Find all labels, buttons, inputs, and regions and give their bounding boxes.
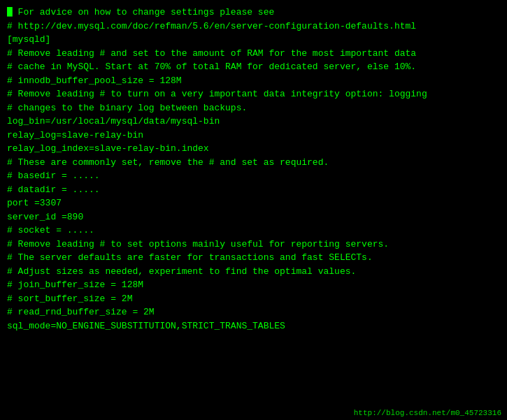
terminal-line: # sort_buffer_size = 2M	[7, 292, 500, 306]
terminal-line: server_id =890	[7, 210, 500, 224]
terminal-line: # Remove leading # to turn on a very imp…	[7, 87, 500, 101]
terminal-line: # Remove leading # and set to the amount…	[7, 47, 500, 61]
terminal-line: # innodb_buffer_pool_size = 128M	[7, 74, 500, 88]
terminal-line: relay_log_index=slave-relay-bin.index	[7, 142, 500, 156]
terminal-line: # These are commonly set, remove the # a…	[7, 156, 500, 170]
terminal-line: # changes to the binary log between back…	[7, 101, 500, 115]
terminal-window: █ For advice on how to change settings p…	[0, 0, 507, 420]
terminal-line: relay_log=slave-relay-bin	[7, 129, 500, 143]
watermark-text: http://blog.csdn.net/m0_45723316	[354, 409, 501, 417]
terminal-line: # join_buffer_size = 128M	[7, 278, 500, 292]
terminal-line: # Remove leading # to set options mainly…	[7, 238, 500, 252]
terminal-line: port =3307	[7, 196, 500, 210]
terminal-line: # Adjust sizes as needed, experiment to …	[7, 265, 500, 279]
terminal-line: sql_mode=NO_ENGINE_SUBSTITUTION,STRICT_T…	[7, 319, 500, 333]
terminal-line: # read_rnd_buffer_size = 2M	[7, 305, 500, 319]
terminal-line: # socket = .....	[7, 224, 500, 238]
terminal-line: log_bin=/usr/local/mysql/data/mysql-bin	[7, 115, 500, 129]
terminal-line: # The server defaults are faster for tra…	[7, 251, 500, 265]
terminal-line: [mysqld]	[7, 33, 500, 47]
terminal-line: # cache in MySQL. Start at 70% of total …	[7, 60, 500, 74]
terminal-line: # http://dev.mysql.com/doc/refman/5.6/en…	[7, 20, 500, 34]
terminal-line: # basedir = .....	[7, 169, 500, 183]
terminal-line: # datadir = .....	[7, 183, 500, 197]
terminal-line: █ For advice on how to change settings p…	[7, 6, 500, 20]
